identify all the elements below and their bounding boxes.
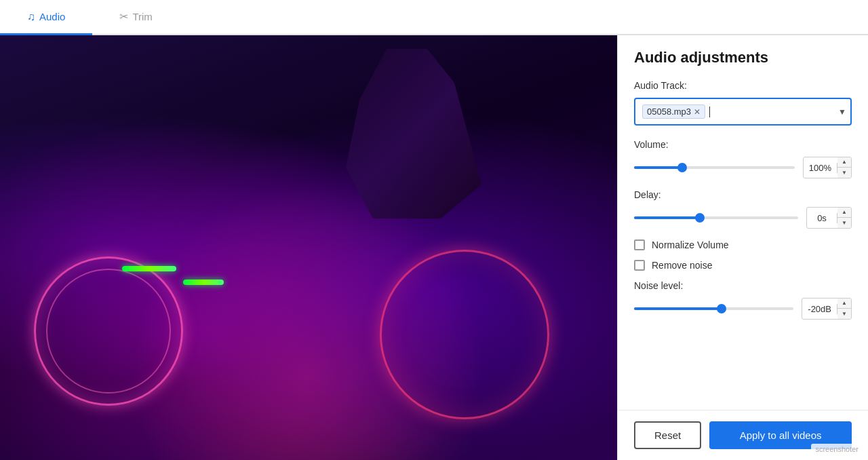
delay-slider-track bbox=[634, 216, 798, 219]
noise-slider-track bbox=[634, 307, 793, 310]
track-dropdown-button[interactable]: ▼ bbox=[838, 107, 846, 117]
volume-slider-container[interactable] bbox=[634, 161, 795, 174]
dj-scene bbox=[0, 35, 617, 460]
right-panel: Audio adjustments Audio Track: 05058.mp3… bbox=[617, 35, 868, 460]
remove-noise-row: Remove noise bbox=[634, 260, 852, 271]
volume-value-text: 100% bbox=[804, 163, 837, 173]
dj-overlay bbox=[0, 35, 617, 460]
remove-noise-checkbox[interactable] bbox=[634, 260, 645, 271]
tab-trim-label: Trim bbox=[132, 11, 152, 22]
light-strip-1 bbox=[122, 266, 176, 271]
volume-spin-buttons: ▲ ▼ bbox=[837, 157, 851, 178]
volume-slider-track bbox=[634, 166, 795, 169]
audio-track-container: 05058.mp3 ✕ ▼ bbox=[634, 98, 852, 126]
turntable-right bbox=[380, 250, 549, 419]
noise-slider-thumb[interactable] bbox=[717, 304, 726, 313]
volume-slider-fill bbox=[634, 166, 682, 169]
noise-spin-up[interactable]: ▲ bbox=[837, 298, 851, 309]
tab-audio-label: Audio bbox=[39, 11, 65, 22]
track-tag: 05058.mp3 ✕ bbox=[642, 104, 705, 119]
remove-noise-label[interactable]: Remove noise bbox=[652, 260, 713, 271]
delay-row: 0s ▲ ▼ bbox=[634, 207, 852, 229]
volume-value-input[interactable]: 100% ▲ ▼ bbox=[803, 157, 852, 178]
main-area: Audio adjustments Audio Track: 05058.mp3… bbox=[0, 35, 868, 460]
trim-icon: ✂ bbox=[119, 10, 128, 23]
turntable-left bbox=[34, 256, 183, 406]
volume-slider-thumb[interactable] bbox=[677, 163, 687, 172]
audio-track-input[interactable]: 05058.mp3 ✕ bbox=[634, 98, 852, 126]
delay-spin-down[interactable]: ▼ bbox=[837, 218, 851, 229]
audio-track-label: Audio Track: bbox=[634, 80, 852, 91]
delay-slider-container[interactable] bbox=[634, 211, 798, 225]
noise-value-text: -20dB bbox=[802, 304, 837, 314]
track-tag-close[interactable]: ✕ bbox=[694, 107, 701, 117]
noise-spin-down[interactable]: ▼ bbox=[837, 309, 851, 320]
volume-row: 100% ▲ ▼ bbox=[634, 157, 852, 178]
hand-silhouette bbox=[346, 49, 481, 218]
delay-value-text: 0s bbox=[807, 213, 837, 223]
delay-label: Delay: bbox=[634, 189, 852, 200]
panel-content: Audio adjustments Audio Track: 05058.mp3… bbox=[618, 35, 868, 410]
tab-bar: ♫ Audio ✂ Trim bbox=[0, 0, 868, 35]
noise-slider-fill bbox=[634, 307, 722, 310]
normalize-checkbox[interactable] bbox=[634, 239, 645, 250]
delay-slider-fill bbox=[634, 216, 700, 219]
noise-spin-buttons: ▲ ▼ bbox=[837, 298, 851, 320]
video-preview bbox=[0, 35, 617, 460]
delay-value-input[interactable]: 0s ▲ ▼ bbox=[806, 207, 852, 229]
volume-spin-down[interactable]: ▼ bbox=[837, 168, 851, 178]
noise-level-row: -20dB ▲ ▼ bbox=[634, 298, 852, 320]
light-strip-2 bbox=[183, 280, 224, 285]
track-cursor bbox=[709, 107, 710, 117]
volume-label: Volume: bbox=[634, 139, 852, 150]
tab-trim[interactable]: ✂ Trim bbox=[92, 0, 179, 35]
tab-audio[interactable]: ♫ Audio bbox=[0, 0, 92, 35]
track-filename: 05058.mp3 bbox=[647, 107, 691, 117]
normalize-row: Normalize Volume bbox=[634, 239, 852, 250]
noise-slider-container[interactable] bbox=[634, 302, 793, 315]
delay-slider-thumb[interactable] bbox=[695, 213, 705, 223]
volume-spin-up[interactable]: ▲ bbox=[837, 157, 851, 168]
watermark: screenshoter bbox=[811, 444, 863, 455]
panel-title: Audio adjustments bbox=[634, 49, 852, 66]
audio-icon: ♫ bbox=[27, 11, 35, 23]
noise-value-input[interactable]: -20dB ▲ ▼ bbox=[802, 298, 852, 320]
delay-spin-up[interactable]: ▲ bbox=[837, 207, 851, 218]
noise-level-label: Noise level: bbox=[634, 280, 852, 291]
reset-button[interactable]: Reset bbox=[634, 421, 701, 449]
delay-spin-buttons: ▲ ▼ bbox=[837, 207, 851, 229]
normalize-label[interactable]: Normalize Volume bbox=[652, 239, 729, 250]
